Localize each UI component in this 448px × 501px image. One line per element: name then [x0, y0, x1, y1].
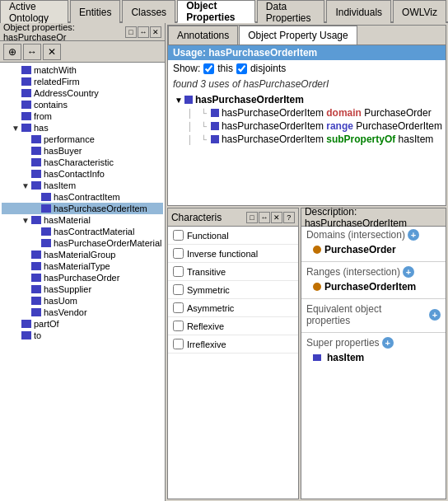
tree-item-hasvendor[interactable]: hasVendor	[2, 307, 163, 318]
tree-item-hassupplier[interactable]: hasSupplier	[2, 283, 163, 295]
add-domain-button[interactable]: +	[408, 229, 419, 241]
tree-item-hasuom[interactable]: hasUom	[2, 295, 163, 307]
usage-show-row: Show: this disjoints	[168, 60, 446, 77]
tree-item-has[interactable]: ▼ has	[2, 122, 163, 133]
tree-item-haspurchaseorderitem[interactable]: hasPurchaseOrderItem	[2, 203, 163, 214]
desc-range-value[interactable]: PurchaseOrderItem	[310, 279, 441, 294]
transitive-checkbox[interactable]	[173, 266, 184, 277]
tree-item-addresscountry[interactable]: AddressCountry	[2, 87, 163, 99]
tree-item-to[interactable]: to	[2, 330, 163, 341]
description-panel: Description: hasPurchaseOrderItem Domain…	[301, 208, 446, 499]
tree-item-performance[interactable]: performance	[2, 133, 163, 145]
desc-super-section: Super properties + hasItem	[301, 335, 446, 368]
bottom-panels: Characteris □ ↔ ✕ ? Functional Inverse f…	[167, 208, 446, 499]
tree-item-hasbuyer[interactable]: hasBuyer	[2, 145, 163, 157]
desc-super-value[interactable]: hasItem	[310, 350, 441, 365]
add-equivalent-button[interactable]: +	[429, 309, 441, 321]
super-prop-icon	[313, 354, 321, 361]
desc-super-title: Super properties +	[306, 337, 441, 349]
tree-item-haspurchaseorder[interactable]: hasPurchaseOrder	[2, 272, 163, 283]
tree-item-hascharacteristic[interactable]: hasCharacteristic	[2, 157, 163, 168]
tree-item-partof[interactable]: partOf	[2, 318, 163, 330]
desc-equivalent-title: Equivalent object properties +	[306, 303, 441, 326]
restore-icon[interactable]: ↔	[138, 26, 149, 38]
tab-data-properties[interactable]: Data Properties	[257, 0, 325, 23]
usage-tree: ▼ hasPurchaseOrderItem │ └ hasPurchaseOr…	[168, 91, 446, 147]
tree-item-hascontractmaterial[interactable]: hasContractMaterial	[2, 226, 163, 237]
usage-item-subpropertyof[interactable]: │ └ hasPurchaseOrderItem subPropertyOf h…	[171, 133, 442, 146]
char-header-icons: □ ↔ ✕ ?	[246, 212, 295, 223]
usage-root-item[interactable]: ▼ hasPurchaseOrderItem	[171, 93, 442, 106]
tab-object-properties[interactable]: Object Properties	[177, 0, 255, 23]
char-close-icon[interactable]: ✕	[271, 212, 282, 223]
disjoints-checkbox[interactable]	[236, 63, 247, 74]
desc-domains-title: Domains (intersection) +	[306, 229, 441, 241]
tree-item-hasmaterial[interactable]: ▼ hasMaterial	[2, 214, 163, 226]
domain-dot-icon	[313, 246, 321, 254]
left-panel-header: Object properties: hasPurchaseOr □ ↔ ✕	[0, 23, 165, 41]
tree-item-hasmaterialtype[interactable]: hasMaterialType	[2, 260, 163, 272]
tree-item-haspurchaseordermaterial[interactable]: hasPurchaseOrderMaterial	[2, 237, 163, 249]
irreflexive-checkbox[interactable]	[173, 339, 184, 349]
tab-classes[interactable]: Classes	[122, 0, 175, 23]
tab-entities[interactable]: Entities	[70, 0, 120, 23]
add-range-button[interactable]: +	[403, 266, 414, 278]
tree-item-matchwith[interactable]: matchWith	[2, 64, 163, 76]
this-checkbox[interactable]	[203, 63, 214, 74]
tab-individuals[interactable]: Individuals	[326, 0, 391, 23]
reflexive-checkbox[interactable]	[173, 321, 184, 331]
char-asymmetric: Asymmetric	[168, 299, 298, 317]
tree-item-relatedfirm[interactable]: relatedFirm	[2, 76, 163, 87]
desc-domains-section: Domains (intersection) + PurchaseOrder	[301, 227, 446, 260]
asymmetric-checkbox[interactable]	[173, 302, 184, 313]
sub-tab-object-property-usage[interactable]: Object Property Usage	[239, 26, 357, 44]
usage-item-range[interactable]: │ └ hasPurchaseOrderItem range PurchaseO…	[171, 119, 442, 133]
functional-checkbox[interactable]	[173, 230, 184, 241]
desc-ranges-section: Ranges (intersection) + PurchaseOrderIte…	[301, 264, 446, 297]
main-layout: Object properties: hasPurchaseOr □ ↔ ✕ ⊕…	[0, 23, 448, 501]
add-super-button[interactable]: +	[382, 337, 394, 349]
symmetric-checkbox[interactable]	[173, 284, 184, 295]
minimize-icon[interactable]: □	[125, 26, 137, 38]
tree-item-hasitem[interactable]: ▼ hasItem	[2, 180, 163, 191]
sub-tab-annotations[interactable]: Annotations	[168, 26, 238, 44]
usage-found-text: found 3 uses of hasPurchaseOrderI	[168, 77, 446, 91]
char-minimize-icon[interactable]: □	[246, 212, 258, 223]
desc-header: Description: hasPurchaseOrderItem	[301, 208, 446, 227]
char-restore-icon[interactable]: ↔	[259, 212, 270, 223]
char-functional: Functional	[168, 227, 298, 245]
char-header: Characteris □ ↔ ✕ ?	[168, 208, 298, 227]
char-transitive: Transitive	[168, 263, 298, 281]
tree-item-contains[interactable]: contains	[2, 99, 163, 110]
left-panel-title: Object properties: hasPurchaseOr	[3, 22, 125, 42]
delete-button[interactable]: ✕	[43, 44, 61, 60]
characteristics-panel: Characteris □ ↔ ✕ ? Functional Inverse f…	[167, 208, 299, 499]
char-irreflexive: Irreflexive	[168, 335, 298, 354]
char-inverse-functional: Inverse functional	[168, 245, 298, 263]
range-dot-icon	[313, 283, 321, 291]
desc-domain-value[interactable]: PurchaseOrder	[310, 242, 441, 257]
char-help-icon[interactable]: ?	[283, 212, 295, 223]
move-button[interactable]: ↔	[23, 44, 41, 60]
tree-item-from[interactable]: from	[2, 110, 163, 122]
desc-equivalent-section: Equivalent object properties +	[301, 301, 446, 330]
divider-3	[301, 332, 446, 333]
desc-ranges-title: Ranges (intersection) +	[306, 266, 441, 278]
property-tree[interactable]: matchWith relatedFirm AddressCountry con…	[0, 63, 165, 501]
inverse-functional-checkbox[interactable]	[173, 248, 184, 259]
tab-active-ontology[interactable]: Active Ontology	[0, 0, 68, 23]
tree-item-hascontractitem[interactable]: hasContractItem	[2, 191, 163, 203]
divider-2	[301, 298, 446, 299]
char-symmetric: Symmetric	[168, 281, 298, 299]
tab-owlviz[interactable]: OWLViz	[393, 0, 446, 23]
sub-tab-bar: Annotations Object Property Usage	[168, 26, 446, 45]
tree-item-hascontactinfo[interactable]: hasContactInfo	[2, 168, 163, 180]
usage-item-domain[interactable]: │ └ hasPurchaseOrderItem domain Purchase…	[171, 106, 442, 119]
left-panel-toolbar: ⊕ ↔ ✕	[0, 41, 165, 63]
tree-item-hasmaterialgroup[interactable]: hasMaterialGroup	[2, 249, 163, 260]
add-property-button[interactable]: ⊕	[3, 44, 21, 60]
char-reflexive: Reflexive	[168, 317, 298, 335]
usage-header: Usage: hasPurchaseOrderItem	[168, 45, 446, 60]
close-icon[interactable]: ✕	[150, 26, 161, 38]
right-panel: Annotations Object Property Usage Usage:…	[166, 23, 448, 501]
